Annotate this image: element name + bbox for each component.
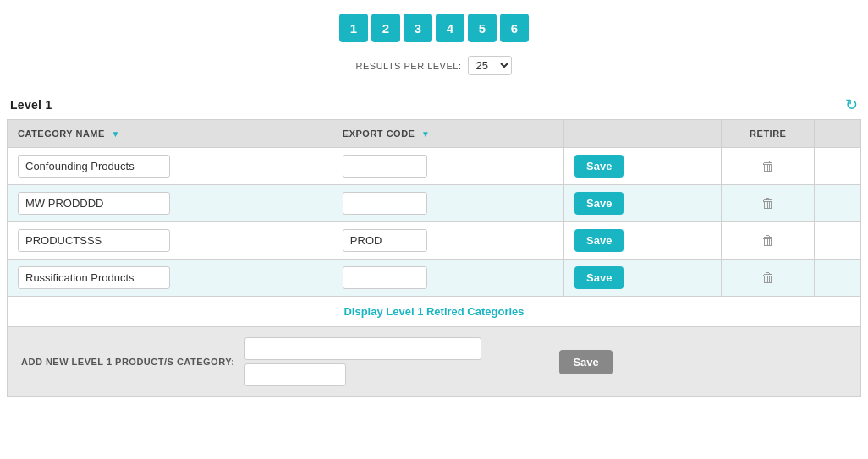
extra-cell-2 (815, 222, 861, 260)
category-cell-3 (8, 260, 332, 297)
add-new-inputs (244, 337, 481, 386)
category-input-3[interactable] (18, 266, 170, 289)
category-cell-2 (8, 222, 332, 260)
retire-cell-2: 🗑 (722, 222, 815, 260)
save-button-2[interactable]: Save (574, 229, 624, 252)
results-per-level-section: Results Per Level: 102550100 (7, 56, 861, 75)
category-cell-1 (8, 185, 332, 222)
retire-icon-2[interactable]: 🗑 (732, 233, 804, 249)
save-cell-0: Save (564, 148, 722, 185)
footer-section: Display Level 1 Retired Categories Add N… (7, 297, 861, 397)
th-extra (815, 120, 861, 148)
page-btn-2[interactable]: 2 (371, 14, 400, 42)
pagination-section: 123456 (7, 14, 861, 42)
display-retired-link[interactable]: Display Level 1 Retired Categories (343, 305, 524, 318)
category-sort-icon[interactable]: ▼ (111, 129, 119, 139)
retire-icon-0[interactable]: 🗑 (732, 159, 804, 174)
page-wrapper: 123456 Results Per Level: 102550100 Leve… (0, 0, 868, 459)
results-per-level-label: Results Per Level: (356, 61, 462, 71)
export-cell-1 (332, 185, 563, 222)
th-category-name: Category Name ▼ (8, 120, 332, 148)
category-input-1[interactable] (18, 192, 170, 215)
save-button-3[interactable]: Save (574, 266, 624, 289)
retire-icon-1[interactable]: 🗑 (732, 196, 804, 211)
export-input-2[interactable] (343, 229, 427, 252)
th-export-code: Export Code ▼ (332, 120, 563, 148)
category-cell-0 (8, 148, 332, 185)
table-row: Save🗑 (8, 148, 861, 185)
add-new-code-input[interactable] (244, 363, 346, 386)
retire-cell-0: 🗑 (722, 148, 815, 185)
save-cell-2: Save (564, 222, 722, 260)
export-input-3[interactable] (343, 266, 427, 289)
export-cell-0 (332, 148, 563, 185)
table-row: Save🗑 (8, 260, 861, 297)
level-header: Level 1 ↻ (7, 90, 861, 119)
extra-cell-0 (815, 148, 861, 185)
export-input-1[interactable] (343, 192, 427, 215)
page-btn-6[interactable]: 6 (500, 14, 529, 42)
extra-cell-1 (815, 185, 861, 222)
table-row: Save🗑 (8, 185, 861, 222)
export-sort-icon[interactable]: ▼ (421, 129, 430, 139)
category-input-2[interactable] (18, 229, 170, 252)
th-action (564, 120, 722, 148)
page-btn-1[interactable]: 1 (339, 14, 368, 42)
export-cell-3 (332, 260, 563, 297)
add-new-name-input[interactable] (244, 337, 481, 360)
page-btn-4[interactable]: 4 (436, 14, 464, 42)
save-button-1[interactable]: Save (574, 192, 624, 215)
category-input-0[interactable] (18, 155, 170, 178)
retire-icon-3[interactable]: 🗑 (732, 270, 804, 286)
page-btn-3[interactable]: 3 (404, 14, 432, 42)
display-retired-section: Display Level 1 Retired Categories (8, 297, 860, 327)
refresh-icon[interactable]: ↻ (845, 96, 858, 114)
extra-cell-3 (815, 260, 861, 297)
results-per-level-select[interactable]: 102550100 (468, 56, 512, 75)
add-new-label: Add New Level 1 Product/s Category: (21, 357, 234, 367)
save-cell-1: Save (564, 185, 722, 222)
table-body: Save🗑Save🗑Save🗑Save🗑 (8, 148, 861, 297)
save-cell-3: Save (564, 260, 722, 297)
save-button-0[interactable]: Save (574, 155, 624, 178)
th-retire: Retire (722, 120, 815, 148)
table-row: Save🗑 (8, 222, 861, 260)
add-new-row: Add New Level 1 Product/s Category: Save (8, 327, 860, 396)
level-title: Level 1 (10, 98, 52, 112)
retire-cell-1: 🗑 (722, 185, 815, 222)
page-btn-5[interactable]: 5 (468, 14, 497, 42)
export-cell-2 (332, 222, 563, 260)
data-table: Category Name ▼ Export Code ▼ Retire Sav… (7, 119, 861, 297)
add-new-save-button[interactable]: Save (559, 350, 612, 374)
retire-cell-3: 🗑 (722, 260, 815, 297)
export-input-0[interactable] (343, 155, 427, 178)
